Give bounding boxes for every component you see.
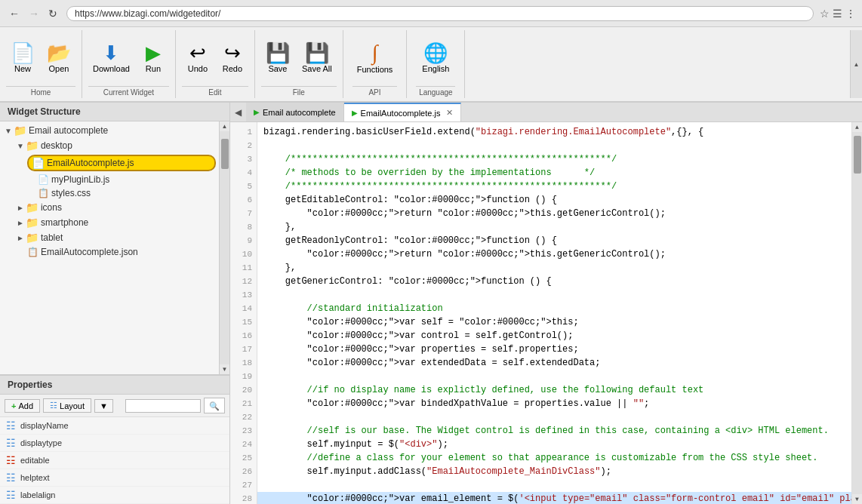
run-button[interactable]: ▶ Run [137,40,169,76]
layout-icon: ☷ [50,401,57,410]
property-item-editable[interactable]: ☷ editable [0,452,229,469]
properties-search-btn[interactable]: 🔍 [204,398,225,413]
expand-icon-icons[interactable]: ► [17,204,24,212]
tree-item-smartphone[interactable]: ► 📁 smartphone [0,215,219,230]
open-button[interactable]: 📂 Open [42,40,75,76]
expand-icon[interactable]: ▼ [5,127,12,135]
download-button[interactable]: ⬇ Download [88,40,134,76]
sidebar-scrollbar[interactable]: ▲ ▼ [219,121,229,374]
save-button[interactable]: 💾 Save [261,40,294,76]
new-label: New [14,64,31,73]
redo-label: Redo [223,64,242,73]
sidebar: Widget Structure ▼ 📁 Email autocomplete … [0,103,230,504]
refresh-button[interactable]: ↻ [45,6,60,21]
tree-item-emailautocomplete-js[interactable]: 📄 EmailAutocomplete.js [27,155,216,171]
toolbar-edit-group: ↩ Undo ↪ Redo Edit [176,30,255,98]
tab-emailautocomplete-js[interactable]: ▶ EmailAutocomplete.js ✕ [344,103,462,121]
sidebar-header: Widget Structure [0,103,229,121]
property-label-helptext: helptext [20,473,50,482]
save-all-icon: 💾 [305,43,329,63]
download-label: Download [93,64,130,73]
expand-icon-smartphone[interactable]: ► [17,219,24,227]
code-line: "color:#0000cc;">var control = self.getC… [257,329,851,343]
redo-button[interactable]: ↪ Redo [217,40,248,76]
back-button[interactable]: ← [6,6,23,21]
tree-item-styles-css[interactable]: 📋 styles.css [0,186,219,200]
tree-item-emailautocomplete-json[interactable]: 📋 EmailAutocomplete.json [0,245,219,259]
scroll-up-btn[interactable]: ▲ [220,121,229,131]
grid-icon-editable: ☷ [6,454,16,466]
code-line [257,139,851,152]
props-extra-button[interactable]: ▼ [94,399,113,413]
code-scroll-down[interactable]: ▼ [854,494,860,504]
save-all-button[interactable]: 💾 Save All [297,40,337,76]
scroll-thumb[interactable] [221,139,229,169]
tree-item-mypluginlib-js[interactable]: 📄 myPluginLib.js [0,173,219,186]
tab-scroll-left[interactable]: ◀ [230,103,246,121]
open-icon: 📂 [47,43,71,63]
tree-label-icons: icons [41,202,62,213]
undo-button[interactable]: ↩ Undo [182,40,214,76]
extensions-button[interactable]: ☰ [833,8,842,20]
edit-group-label: Edit [182,86,248,97]
layout-button[interactable]: ☷ Layout [43,398,91,413]
code-line: self.myinput.addClass("EmailAutocomplete… [257,465,851,478]
expand-icon-desktop[interactable]: ▼ [17,142,24,150]
line-number: 9 [230,234,257,247]
code-line: //self is our base. The Widget control i… [257,424,851,438]
code-scroll-thumb[interactable] [854,136,861,174]
scroll-track[interactable] [220,131,229,364]
star-button[interactable]: ☆ [820,8,830,20]
add-icon: + [11,401,16,410]
new-icon: 📄 [11,43,35,63]
line-number: 21 [230,397,257,410]
file-group-label: File [261,86,337,97]
property-item-labelalign[interactable]: ☷ labelalign [0,487,229,504]
menu-button[interactable]: ⋮ [845,8,856,20]
undo-icon: ↩ [189,43,206,63]
expand-icon-tablet[interactable]: ► [17,234,24,242]
tree-item-desktop[interactable]: ▼ 📁 desktop [0,138,219,153]
line-number: 12 [230,275,257,288]
property-item-helptext[interactable]: ☷ helptext [0,469,229,487]
code-line: //define a class for your element so tha… [257,451,851,465]
home-group-label: Home [6,86,75,97]
toolbar-scroll-right[interactable]: ▲ [850,30,862,98]
properties-panel: Properties + Add ☷ Layout ▼ 🔍 [0,374,229,504]
browser-actions: ☆ ☰ ⋮ [820,8,856,20]
code-line: getGenericControl: "color:#0000cc;">func… [257,275,851,288]
code-line: "color:#0000cc;">var extendedData = self… [257,356,851,370]
line-number: 16 [230,329,257,343]
tab2-close-icon[interactable]: ✕ [446,108,453,118]
code-line [257,410,851,424]
address-bar[interactable]: https://www.bizagi.com/widgeteditor/ [66,6,814,21]
property-label-labelalign: labelalign [20,490,55,499]
add-button[interactable]: + Add [5,399,40,413]
forward-button[interactable]: → [26,6,42,21]
toolbar-home-group: 📄 New 📂 Open Home [0,30,82,98]
code-scroll-up[interactable]: ▲ [854,122,860,132]
code-scrollbar[interactable]: ▲ ▼ [851,122,862,504]
scroll-down-btn[interactable]: ▼ [220,364,229,374]
tree-item-tablet[interactable]: ► 📁 tablet [0,230,219,245]
new-button[interactable]: 📄 New [6,40,39,76]
english-button[interactable]: 🌐 English [416,40,455,76]
property-item-displaytype[interactable]: ☷ displaytype [0,435,229,452]
line-number: 26 [230,465,257,478]
code-content[interactable]: bizagi.rendering.basicUserField.extend("… [257,122,851,504]
code-line: "color:#0000cc;">return "color:#0000cc;"… [257,207,851,220]
toolbar-api-group: ∫ Functions API [343,30,408,98]
tree-item-email-autocomplete[interactable]: ▼ 📁 Email autocomplete [0,123,219,138]
property-item-displayname[interactable]: ☷ displayName [0,417,229,435]
line-number: 1 [230,125,257,139]
tree-item-icons[interactable]: ► 📁 icons [0,200,219,215]
tab-email-autocomplete[interactable]: ▶ Email autocomplete [246,103,344,121]
folder-yellow-tablet-icon: 📁 [26,232,38,244]
properties-toolbar: + Add ☷ Layout ▼ 🔍 [0,395,229,417]
properties-search-input[interactable] [125,399,201,413]
code-scroll-track[interactable] [852,132,862,494]
line-number: 11 [230,261,257,275]
functions-button[interactable]: ∫ Functions [352,39,398,77]
line-number: 25 [230,451,257,465]
save-label: Save [268,64,287,73]
